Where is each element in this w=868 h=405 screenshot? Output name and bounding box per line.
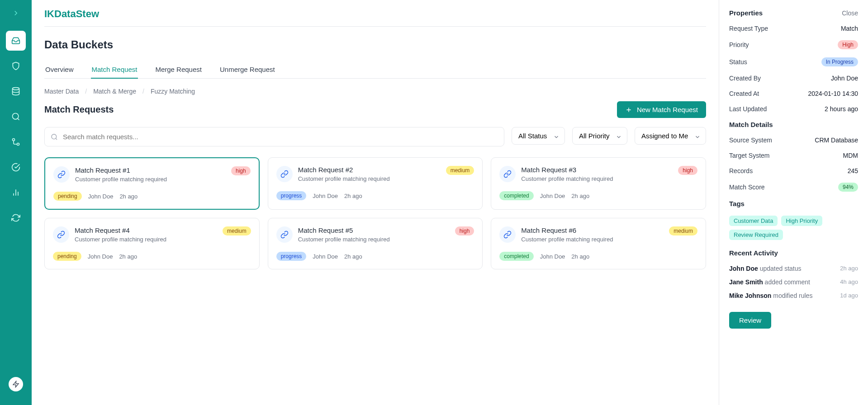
breadcrumb-item[interactable]: Master Data [44,88,79,95]
panel-title: Properties [729,9,763,17]
plus-icon [625,106,632,113]
card-description: Customer profile matching required [298,175,441,182]
card-title: Match Request #4 [75,226,217,234]
priority-badge: medium [446,166,474,175]
card-author: John Doe [313,253,338,260]
breadcrumb-item[interactable]: Fuzzy Matching [151,88,195,95]
prop-label: Priority [729,41,749,48]
activity-time: 1d ago [840,292,858,299]
priority-badge: High [838,40,858,49]
tab-overview[interactable]: Overview [44,61,75,78]
tab-unmerge-request[interactable]: Unmerge Request [219,61,276,78]
properties-panel: Properties Close Request TypeMatch Prior… [719,0,868,405]
priority-filter[interactable]: All Priority [572,127,627,145]
tab-merge-request[interactable]: Merge Request [154,61,203,78]
search-input[interactable] [44,127,504,146]
card-time: 2h ago [119,193,138,200]
card-time: 2h ago [571,193,589,199]
sidebar-item-chart[interactable] [6,183,26,202]
prop-value: 245 [848,167,858,174]
status-badge: progress [276,252,307,261]
lightning-button[interactable] [9,377,23,391]
workflow-icon [11,137,20,146]
request-card[interactable]: Match Request #5Customer profile matchin… [268,218,483,269]
priority-badge: medium [669,226,697,235]
tag-pill[interactable]: Customer Data [729,216,778,226]
section-title: Match Requests [44,104,114,115]
card-description: Customer profile matching required [521,175,673,182]
priority-badge: medium [223,226,251,235]
card-description: Customer profile matching required [521,236,664,243]
svg-point-0 [13,88,19,90]
tag-pill[interactable]: High Priority [781,216,822,226]
breadcrumb-item[interactable]: Match & Merge [93,88,136,95]
activity-action: modified rules [773,292,812,299]
assigned-filter[interactable]: Assigned to Me [635,127,706,145]
activity-row: John Doe updated status2h ago [729,265,858,272]
card-description: Customer profile matching required [75,236,217,243]
cards-grid: Match Request #1Customer profile matchin… [44,157,706,269]
request-card[interactable]: Match Request #1Customer profile matchin… [44,157,260,210]
card-author: John Doe [540,193,565,199]
review-button[interactable]: Review [729,312,771,329]
sidebar-item-refresh[interactable] [6,208,26,228]
status-badge: pending [53,192,82,201]
new-match-request-button[interactable]: New Match Request [617,101,706,118]
priority-badge: high [455,226,474,235]
sidebar-item-check[interactable] [6,157,26,177]
sidebar-item-search[interactable] [6,107,26,127]
status-badge: pending [53,252,81,261]
prop-label: Created At [729,90,759,97]
status-badge: completed [499,252,533,261]
sidebar [0,0,32,405]
sidebar-expand-button[interactable] [12,9,20,17]
status-badge: In Progress [821,57,858,66]
panel-close-button[interactable]: Close [842,9,858,17]
sidebar-item-shield[interactable] [6,56,26,76]
page-title: Data Buckets [44,38,706,51]
card-author: John Doe [313,193,338,199]
card-time: 2h ago [571,253,589,260]
prop-label: Match Score [729,184,765,191]
shield-icon [11,61,20,71]
prop-value: Match [841,25,858,32]
svg-point-3 [17,143,19,146]
sidebar-item-workflow[interactable] [6,132,26,152]
score-badge: 94% [838,183,858,192]
request-card[interactable]: Match Request #6Customer profile matchin… [491,218,706,269]
prop-value: 2024-01-10 14:30 [808,90,858,97]
card-author: John Doe [88,193,114,200]
button-label: New Match Request [637,106,698,113]
card-description: Customer profile matching required [298,236,450,243]
inbox-icon [11,36,20,45]
activity-row: Jane Smith added comment4h ago [729,278,858,286]
tabs: Overview Match Request Merge Request Unm… [44,61,706,79]
status-badge: progress [276,191,307,200]
prop-value: John Doe [831,75,858,82]
activity-time: 4h ago [840,278,858,286]
activity-action: updated status [760,265,802,272]
request-card[interactable]: Match Request #2Customer profile matchin… [268,157,483,210]
status-filter[interactable]: All Status [512,127,565,145]
prop-label: Status [729,58,747,66]
tab-match-request[interactable]: Match Request [91,61,138,79]
link-icon [499,226,516,243]
activity-name: Mike Johnson [729,292,771,299]
prop-label: Target System [729,152,769,159]
priority-badge: high [678,166,697,175]
priority-badge: high [231,166,251,175]
link-icon [53,226,69,243]
card-title: Match Request #3 [521,166,673,174]
activity-time: 2h ago [840,265,858,272]
tag-pill[interactable]: Review Required [729,230,783,240]
card-time: 2h ago [344,193,362,199]
activity-row: Mike Johnson modified rules1d ago [729,292,858,299]
sidebar-item-database[interactable] [6,81,26,101]
prop-label: Records [729,167,753,174]
prop-label: Source System [729,137,772,144]
status-badge: completed [499,191,533,200]
sidebar-item-inbox[interactable] [6,31,26,51]
svg-point-1 [13,113,19,119]
request-card[interactable]: Match Request #4Customer profile matchin… [44,218,260,269]
request-card[interactable]: Match Request #3Customer profile matchin… [491,157,706,210]
